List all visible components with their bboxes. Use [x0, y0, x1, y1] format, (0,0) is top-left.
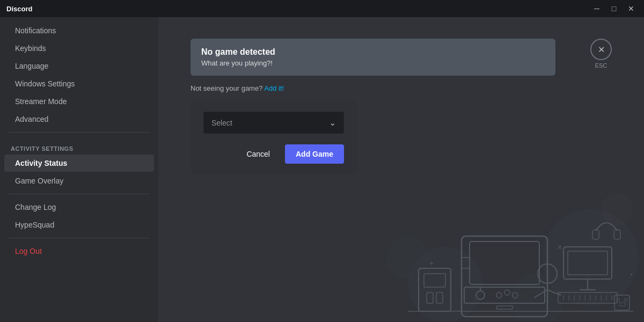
minimize-button[interactable]: ─ — [590, 2, 603, 15]
esc-icon[interactable]: ✕ — [590, 39, 612, 60]
game-banner-title: No game detected — [201, 47, 545, 57]
game-banner-subtitle: What are you playing?! — [201, 59, 545, 67]
svg-point-4 — [601, 193, 633, 225]
svg-point-11 — [504, 290, 510, 295]
add-game-hint: Not seeing your game? Add it! — [191, 84, 612, 92]
activity-section-label: ACTIVITY SETTINGS — [0, 137, 158, 154]
esc-label: ESC — [595, 62, 608, 69]
window-controls: ─ □ ✕ — [590, 2, 638, 15]
app-logo: Discord — [6, 5, 32, 13]
select-wrapper: Select ⌄ — [203, 112, 344, 134]
chevron-down-icon: ⌄ — [329, 118, 336, 128]
sidebar-item-advanced[interactable]: Advanced — [4, 111, 154, 128]
hint-text: Not seeing your game? — [191, 84, 262, 92]
add-it-link[interactable]: Add it! — [264, 84, 284, 92]
svg-text:•: • — [631, 272, 633, 277]
sidebar-item-change-log[interactable]: Change Log — [4, 199, 154, 216]
sidebar-item-language[interactable]: Language — [4, 57, 154, 75]
sidebar-divider-1 — [9, 132, 150, 133]
restore-button[interactable]: □ — [608, 2, 620, 15]
sidebar: Notifications Keybinds Language Windows … — [0, 17, 158, 322]
svg-text:+: + — [429, 259, 434, 267]
add-game-button[interactable]: Add Game — [285, 144, 344, 164]
sidebar-item-activity-status[interactable]: Activity Status — [4, 155, 154, 172]
cancel-button[interactable]: Cancel — [238, 144, 279, 164]
close-button[interactable]: ✕ — [625, 2, 638, 15]
svg-rect-46 — [619, 303, 625, 306]
game-select[interactable]: Select ⌄ — [203, 112, 344, 134]
sidebar-item-keybinds[interactable]: Keybinds — [4, 40, 154, 57]
svg-point-45 — [624, 298, 627, 302]
sidebar-divider-3 — [9, 238, 150, 238]
sidebar-divider-2 — [9, 194, 150, 194]
content-area: No game detected What are you playing?! … — [158, 17, 644, 196]
sidebar-item-game-overlay[interactable]: Game Overlay — [4, 172, 154, 189]
main-content: ✕ ESC No game detected What are you play… — [158, 17, 644, 322]
app-body: Notifications Keybinds Language Windows … — [0, 17, 644, 322]
sidebar-item-notifications[interactable]: Notifications — [4, 22, 154, 39]
svg-point-10 — [496, 292, 502, 298]
select-placeholder: Select — [211, 119, 232, 127]
sidebar-item-logout[interactable]: Log Out — [4, 243, 154, 260]
modal-buttons: Cancel Add Game — [203, 144, 344, 164]
modal-box: Select ⌄ Cancel Add Game — [191, 101, 357, 174]
sidebar-item-windows-settings[interactable]: Windows Settings — [4, 75, 154, 92]
sidebar-item-streamer-mode[interactable]: Streamer Mode — [4, 93, 154, 110]
svg-text:✕: ✕ — [557, 244, 562, 251]
svg-point-3 — [386, 236, 429, 279]
svg-rect-13 — [496, 306, 513, 309]
game-banner: No game detected What are you playing?! — [191, 39, 555, 76]
titlebar: Discord ─ □ ✕ — [0, 0, 644, 17]
esc-button[interactable]: ✕ ESC — [590, 39, 612, 69]
sidebar-item-hypesquad[interactable]: HypeSquad — [4, 216, 154, 233]
